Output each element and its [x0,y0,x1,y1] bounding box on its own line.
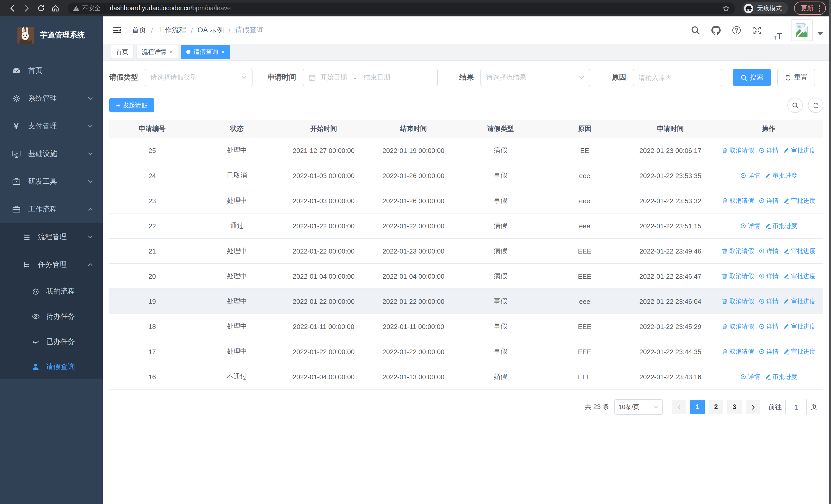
cancel-leave-link[interactable]: 取消请假 [722,146,754,155]
detail-link[interactable]: 详情 [758,272,779,280]
tag-process-detail[interactable]: 流程详情× [137,45,178,59]
prev-page-button[interactable] [672,400,686,414]
toggle-search-button[interactable] [787,97,803,113]
sidebar-item-process-mgmt[interactable]: 流程管理 [0,223,103,251]
cancel-leave-link[interactable]: 取消请假 [722,247,754,255]
github-icon[interactable] [706,20,726,40]
bookmark-star-icon[interactable] [722,4,730,12]
reason-input[interactable] [633,69,722,86]
trash-icon [722,248,728,254]
sidebar-menu: 首页 系统管理 ¥ 支付管理 基础设施 [0,57,103,379]
sidebar-item-workflow[interactable]: 工作流程 [0,196,103,223]
chevron-down-icon [87,151,93,157]
forward-icon[interactable] [22,3,32,13]
search-button[interactable]: 搜索 [733,69,771,86]
cancel-leave-link[interactable]: 取消请假 [722,196,754,205]
logo-avatar-image [18,27,34,43]
approval-progress-link[interactable]: 审批进度 [765,171,797,180]
refresh-table-button[interactable] [808,97,823,113]
detail-link[interactable]: 详情 [740,373,760,381]
avatar[interactable] [791,19,812,41]
sidebar-item-devtools[interactable]: 研发工具 [0,168,103,196]
page-button-3[interactable]: 3 [727,400,742,414]
detail-link[interactable]: 详情 [758,196,779,205]
sidebar-item-infra[interactable]: 基础设施 [0,140,103,168]
breadcrumb-home[interactable]: 首页 [132,25,146,35]
cell-end: 2022-01-26 00:00:00 [369,163,458,188]
home-icon[interactable] [50,3,61,13]
sidebar-item-done-tasks[interactable]: 已办任务 [0,329,103,354]
detail-link[interactable]: 详情 [740,171,760,180]
cancel-leave-link[interactable]: 取消请假 [722,347,754,356]
approval-progress-link[interactable]: 审批进度 [783,272,815,280]
cell-start: 2021-12-27 00:00:00 [279,138,369,163]
cancel-leave-link[interactable]: 取消请假 [722,297,754,306]
sidebar-item-leave-query[interactable]: 请假查询 [0,354,103,379]
page-button-2[interactable]: 2 [709,400,723,414]
app-logo[interactable]: 芋道管理系统 [0,17,103,51]
detail-link[interactable]: 详情 [758,247,779,255]
sidebar-item-task-mgmt[interactable]: 任务管理 [0,251,103,279]
apply-time-range-picker[interactable]: 开始日期 - 结束日期 [303,69,438,86]
detail-link[interactable]: 详情 [758,347,779,356]
sidebar-item-home[interactable]: 首页 [0,57,103,85]
sidebar-item-my-process[interactable]: 我的流程 [0,279,103,304]
col-leave-type: 请假类型 [458,120,543,138]
page-size-select[interactable]: 10条/页 [614,399,663,415]
pagination: 共 23 条 10条/页 1 2 3 前往 页 [109,399,823,415]
approval-progress-link[interactable]: 审批进度 [783,247,815,255]
sidebar-toggle-icon[interactable] [111,24,123,36]
breadcrumb-oa-example[interactable]: OA 示例 [198,25,224,35]
cell-type: 病假 [458,238,543,264]
eye-closed-icon [31,337,40,346]
leave-type-select[interactable]: 请选择请假类型 [145,69,253,86]
page-content: 请假类型 请选择请假类型 申请时间 开始日期 - 结束日期 结果 请选择流结果 [103,61,831,504]
approval-progress-link[interactable]: 审批进度 [765,221,797,230]
page-button-1[interactable]: 1 [690,400,705,414]
close-icon[interactable]: × [169,48,173,55]
approval-progress-link[interactable]: 审批进度 [783,297,815,306]
address-bar[interactable]: 不安全 dashboard.yudao.iocoder.cn /bpm/oa/l… [68,2,735,14]
browser-toolbar: 不安全 dashboard.yudao.iocoder.cn /bpm/oa/l… [0,0,831,17]
detail-icon [758,323,765,329]
sidebar-item-todo-tasks[interactable]: 待办任务 [0,304,103,329]
font-size-icon[interactable]: TT [767,20,788,40]
cell-reason: EEE [543,264,627,289]
breadcrumb-separator: / [151,26,153,34]
sidebar-item-system[interactable]: 系统管理 [0,85,103,112]
sidebar-item-payment[interactable]: ¥ 支付管理 [0,112,103,140]
browser-menu-icon[interactable] [819,5,820,11]
approval-progress-link[interactable]: 审批进度 [783,347,815,356]
avatar-caret-icon[interactable] [818,32,823,35]
tag-home[interactable]: 首页 [111,45,134,59]
back-icon[interactable] [7,3,18,13]
fullscreen-icon[interactable] [747,20,767,40]
approval-progress-link[interactable]: 审批进度 [783,322,815,331]
approval-progress-link[interactable]: 审批进度 [783,196,815,205]
next-page-button[interactable] [746,400,760,414]
help-icon[interactable] [726,20,747,40]
search-icon[interactable] [685,20,706,40]
goto-page-input[interactable] [785,399,807,415]
detail-link[interactable]: 详情 [758,297,779,306]
breadcrumb-workflow[interactable]: 工作流程 [157,25,186,35]
detail-link[interactable]: 详情 [740,221,760,230]
browser-update-button[interactable]: 更新 [794,2,826,15]
detail-link[interactable]: 详情 [758,146,779,155]
create-leave-button[interactable]: + 发起请假 [109,98,154,112]
detail-link[interactable]: 详情 [758,322,779,331]
approval-progress-link[interactable]: 审批进度 [765,373,797,381]
tag-leave-query[interactable]: 请假查询× [181,45,230,59]
detail-icon [758,273,765,279]
cancel-leave-link[interactable]: 取消请假 [722,272,754,280]
pen-icon [765,173,771,179]
pen-icon [783,147,790,153]
reload-icon[interactable] [36,3,46,13]
approval-progress-link[interactable]: 审批进度 [783,146,815,155]
cell-status: 不通过 [195,364,279,389]
reset-button[interactable]: 重置 [777,69,815,86]
cancel-leave-link[interactable]: 取消请假 [722,322,754,331]
close-icon[interactable]: × [221,48,225,55]
result-select[interactable]: 请选择流结果 [481,69,590,86]
tag-label: 首页 [116,48,128,56]
